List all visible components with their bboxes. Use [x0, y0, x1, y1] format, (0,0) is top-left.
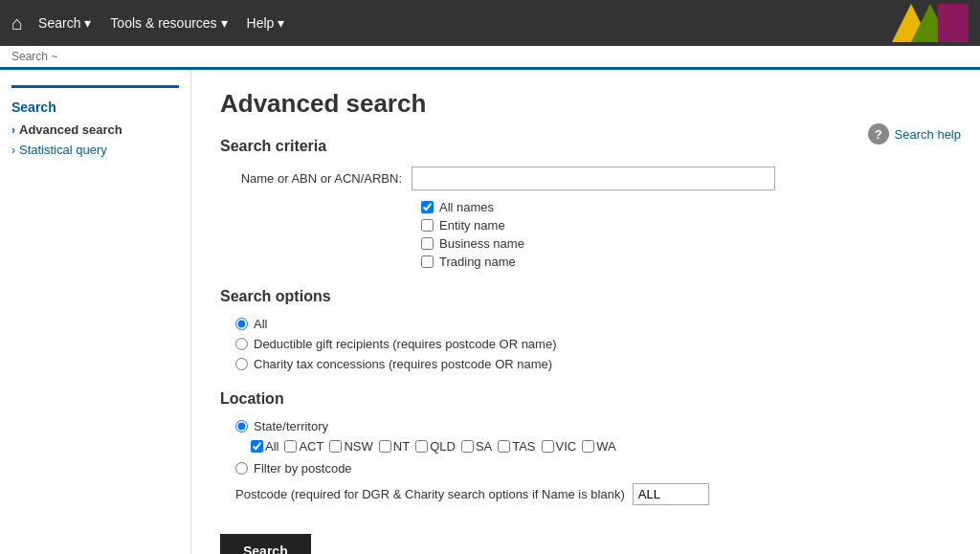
postcode-input[interactable]: [633, 483, 709, 505]
state-act-label[interactable]: ACT: [284, 439, 323, 454]
name-abn-row: Name or ABN or ACN/ARBN:: [220, 166, 951, 190]
search-help-link[interactable]: ? Search help: [868, 123, 961, 144]
option-charity-radio[interactable]: [235, 358, 248, 370]
all-names-checkbox[interactable]: [421, 201, 434, 213]
page-title: Advanced search: [220, 89, 951, 119]
option-dgr-row: Deductible gift recipients (requires pos…: [235, 337, 951, 351]
sidebar-advanced-search-label: Advanced search: [19, 122, 122, 137]
trading-name-checkbox[interactable]: [421, 255, 434, 268]
state-vic-label[interactable]: VIC: [542, 439, 577, 454]
option-dgr-radio[interactable]: [235, 338, 248, 350]
search-criteria-section: Search criteria Name or ABN or ACN/ARBN:…: [220, 138, 951, 269]
filter-postcode-row: Filter by postcode: [235, 461, 951, 476]
search-options-title: Search options: [220, 288, 951, 305]
search-options-section: Search options All Deductible gift recip…: [220, 288, 951, 371]
state-all-label[interactable]: All: [251, 439, 278, 454]
statistical-query-link[interactable]: Statistical query: [19, 143, 107, 157]
postcode-label: Postcode (required for DGR & Charity sea…: [235, 487, 625, 501]
location-section: Location State/territory All ACT: [220, 390, 951, 505]
trading-name-option: Trading name: [421, 255, 951, 269]
sidebar-divider: [11, 85, 179, 88]
sidebar: Search › Advanced search › Statistical q…: [0, 70, 191, 554]
breadcrumb-text: Search ~: [11, 50, 57, 63]
filter-postcode-radio[interactable]: [235, 462, 248, 475]
state-nsw-label[interactable]: NSW: [329, 439, 372, 454]
nav-search[interactable]: Search ▾: [38, 15, 91, 31]
option-all-radio[interactable]: [235, 318, 248, 330]
home-icon[interactable]: ⌂: [11, 12, 23, 34]
state-act-checkbox[interactable]: [284, 440, 297, 453]
svg-rect-2: [938, 4, 969, 42]
business-name-label[interactable]: Business name: [421, 236, 951, 251]
option-all-row: All: [235, 317, 951, 331]
location-title: Location: [220, 390, 951, 408]
chevron-icon: ›: [11, 123, 15, 137]
state-wa-checkbox[interactable]: [582, 440, 594, 453]
state-tas-checkbox[interactable]: [498, 440, 510, 453]
top-navigation: ⌂ Search ▾ Tools & resources ▾ Help ▾: [0, 0, 980, 46]
name-label: Name or ABN or ACN/ARBN:: [220, 171, 412, 186]
help-icon: ?: [868, 123, 889, 144]
search-criteria-title: Search criteria: [220, 138, 951, 155]
breadcrumb: Search ~: [0, 46, 980, 70]
state-nsw-checkbox[interactable]: [329, 440, 342, 453]
state-all-checkbox[interactable]: [251, 440, 263, 453]
state-qld-label[interactable]: QLD: [415, 439, 456, 454]
entity-name-option: Entity name: [421, 218, 951, 233]
option-charity-row: Charity tax concessions (requires postco…: [235, 357, 951, 371]
entity-name-label[interactable]: Entity name: [421, 218, 951, 233]
search-button[interactable]: Search: [220, 534, 311, 554]
business-name-option: Business name: [421, 236, 951, 251]
main-content: Advanced search Search criteria Name or …: [191, 70, 980, 554]
state-wa-label[interactable]: WA: [582, 439, 615, 454]
chevron-icon-2: ›: [11, 144, 15, 157]
sidebar-search-link[interactable]: Search: [11, 100, 179, 115]
nav-help[interactable]: Help ▾: [247, 15, 285, 31]
logo-svg: [892, 4, 969, 42]
entity-name-checkbox[interactable]: [421, 219, 434, 232]
page-layout: Search › Advanced search › Statistical q…: [0, 70, 980, 554]
state-territory-row: State/territory: [235, 419, 951, 433]
state-nt-label[interactable]: NT: [379, 439, 410, 454]
state-sa-label[interactable]: SA: [461, 439, 492, 454]
state-checkboxes-container: All ACT NSW NT: [251, 439, 951, 454]
state-sa-checkbox[interactable]: [461, 440, 474, 453]
logo-area: [892, 4, 969, 42]
sidebar-item-statistical-query[interactable]: › Statistical query: [11, 143, 179, 157]
nav-tools[interactable]: Tools & resources ▾: [110, 15, 227, 31]
all-names-option[interactable]: All names: [421, 200, 951, 214]
state-nt-checkbox[interactable]: [379, 440, 391, 453]
state-territory-radio[interactable]: [235, 420, 248, 432]
name-options-group: All names: [421, 200, 951, 214]
trading-name-label[interactable]: Trading name: [421, 255, 951, 269]
state-qld-checkbox[interactable]: [415, 440, 428, 453]
state-checkboxes: All ACT NSW NT: [251, 439, 951, 454]
state-vic-checkbox[interactable]: [542, 440, 554, 453]
state-tas-label[interactable]: TAS: [498, 439, 535, 454]
postcode-row: Postcode (required for DGR & Charity sea…: [235, 483, 951, 505]
sidebar-item-advanced-search: › Advanced search: [11, 122, 179, 137]
name-abn-input[interactable]: [412, 166, 775, 190]
business-name-checkbox[interactable]: [421, 237, 434, 250]
